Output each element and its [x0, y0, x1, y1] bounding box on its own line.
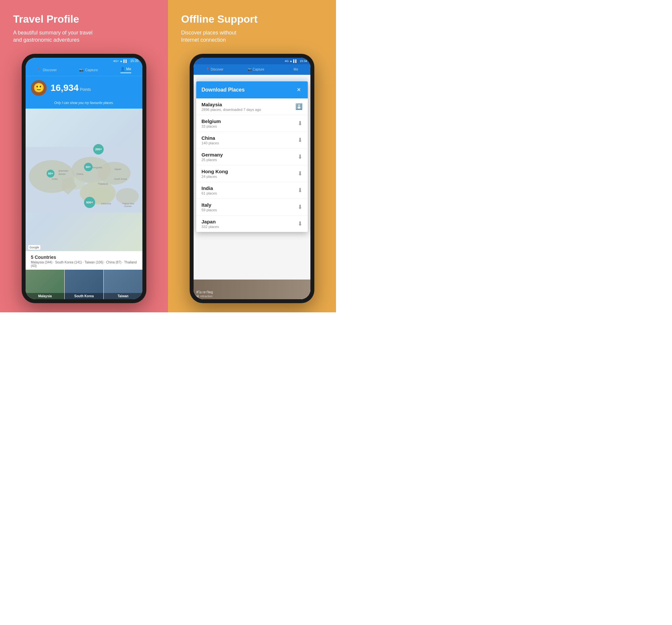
- right-subtitle: Discover places withoutInternet connecti…: [181, 29, 236, 44]
- svg-text:China: China: [76, 173, 83, 175]
- svg-text:akistan: akistan: [58, 173, 66, 175]
- country-name-germany: Germany: [201, 152, 223, 158]
- download-icon-china[interactable]: ⬇: [297, 137, 303, 144]
- tab-discover[interactable]: 📍 Discover: [37, 67, 57, 73]
- left-phone-inner: 4G+ ▲ ▌▌ 15:35 📍 Discover 📷 Capture 👤 Me: [26, 58, 142, 299]
- photo-malaysia: Malaysia: [26, 270, 64, 299]
- country-name-belgium: Belgium: [201, 118, 221, 124]
- photo-taiwan: Taiwan: [103, 270, 142, 299]
- country-name-italy: Italy: [201, 202, 217, 208]
- country-places-hongkong: 24 places: [201, 174, 228, 178]
- points-number: 16,934: [50, 83, 79, 93]
- country-info-hongkong: Hong Kong 24 places: [201, 169, 228, 178]
- download-places-modal: Download Places ✕ Malaysia 2896 places, …: [196, 81, 308, 232]
- left-title: Travel Profile: [13, 13, 79, 25]
- camera-icon: 📷: [79, 68, 84, 72]
- bg-discover-tab: 📍 Discover: [206, 68, 223, 71]
- photo-malaysia-label: Malaysia: [26, 293, 64, 299]
- download-icon-germany[interactable]: ⬇: [297, 153, 303, 161]
- photo-korea-label: South Korea: [65, 293, 103, 299]
- download-icon-india[interactable]: ⬇: [297, 187, 303, 194]
- country-name-china: China: [201, 135, 219, 141]
- download-icon-japan[interactable]: ⬇: [297, 220, 303, 227]
- person-icon: 👤: [120, 67, 125, 71]
- bg-nav-bar: 📍 Discover 📷 Capture 👤 Me: [194, 64, 310, 75]
- download-icon-italy[interactable]: ⬇: [297, 203, 303, 211]
- modal-title: Download Places: [201, 87, 245, 93]
- country-name-india: India: [201, 185, 217, 191]
- country-item-hongkong[interactable]: Hong Kong 24 places ⬇: [196, 165, 308, 182]
- map-background: Mongolia China Japan India ghanistan aki…: [26, 109, 142, 251]
- country-info-germany: Germany 25 places: [201, 152, 223, 162]
- country-item-india[interactable]: India 61 places ⬇: [196, 182, 308, 199]
- right-phone-mockup: 4G ▲ ▌▌ 15:34 📍 Discover 📷 Capture 👤 Me …: [190, 54, 314, 303]
- svg-text:Japan: Japan: [114, 168, 121, 171]
- download-icon-malaysia[interactable]: ⬇️: [295, 103, 303, 110]
- bg-bottom-thumbnail: ลิโอ เขาใหญ่ 🏛 Attraction: [194, 280, 310, 299]
- country-info-china: China 140 places: [201, 135, 219, 145]
- country-places-india: 61 places: [201, 191, 217, 195]
- countries-title: 5 Countries: [31, 255, 137, 260]
- country-info-india: India 61 places: [201, 185, 217, 195]
- right-time-display: 15:34: [299, 59, 307, 63]
- modal-header: Download Places ✕: [196, 81, 308, 98]
- left-panel: Travel Profile A beautiful summary of yo…: [0, 0, 168, 312]
- svg-point-5: [116, 188, 139, 205]
- tab-capture[interactable]: 📷 Capture: [79, 67, 98, 73]
- country-item-china[interactable]: China 140 places ⬇: [196, 132, 308, 149]
- bg-me-tab: 👤 Me: [289, 68, 298, 71]
- modal-close-button[interactable]: ✕: [295, 86, 303, 94]
- svg-text:Thailand: Thailand: [98, 183, 108, 185]
- nav-tabs-left: 📍 Discover 📷 Capture 👤 Me: [26, 64, 142, 76]
- left-phone-mockup: 4G+ ▲ ▌▌ 15:35 📍 Discover 📷 Capture 👤 Me: [22, 54, 146, 303]
- country-places-malaysia: 2896 places, downloaded 7 days ago: [201, 107, 261, 112]
- country-places-belgium: 33 places: [201, 124, 221, 128]
- svg-text:Mongolia: Mongolia: [91, 166, 102, 169]
- country-info-belgium: Belgium 33 places: [201, 118, 221, 128]
- country-places-italy: 59 places: [201, 208, 217, 212]
- signal-icon: 4G+ ▲ ▌▌: [113, 59, 128, 63]
- countries-section: 5 Countries Malaysia (344) · South Korea…: [26, 251, 142, 270]
- right-panel: Offline Support Discover places withoutI…: [168, 0, 336, 312]
- country-item-italy[interactable]: Italy 59 places ⬇: [196, 199, 308, 216]
- right-phone-inner: 4G ▲ ▌▌ 15:34 📍 Discover 📷 Capture 👤 Me …: [194, 58, 310, 299]
- bg-app-content: 📍 Discover 📷 Capture 👤 Me Pop... 6a... N…: [194, 64, 310, 299]
- photo-taiwan-label: Taiwan: [104, 293, 142, 299]
- avatar: 🙂: [31, 80, 47, 96]
- bubble-500: 500+: [84, 197, 95, 208]
- left-status-bar: 4G+ ▲ ▌▌ 15:35: [26, 58, 142, 64]
- country-item-belgium[interactable]: Belgium 33 places ⬇: [196, 115, 308, 132]
- right-screen-background: 📍 Discover 📷 Capture 👤 Me Pop... 6a... N…: [194, 64, 310, 299]
- google-logo: Google: [28, 245, 40, 250]
- profile-quote: Only I can show you my favourite places.: [26, 100, 142, 109]
- country-item-japan[interactable]: Japan 332 places ⬇: [196, 216, 308, 232]
- points-label: Points: [80, 87, 91, 92]
- right-signal-icon: 4G ▲ ▌▌: [285, 59, 297, 63]
- profile-header: 🙂 16,934 Points: [26, 76, 142, 100]
- country-item-germany[interactable]: Germany 25 places ⬇: [196, 149, 308, 165]
- country-places-japan: 332 places: [201, 225, 219, 229]
- countries-list: Malaysia (344) · South Korea (141) · Tai…: [31, 261, 137, 268]
- download-icon-hongkong[interactable]: ⬇: [297, 170, 303, 177]
- pin-icon: 📍: [37, 68, 41, 72]
- country-places-china: 140 places: [201, 141, 219, 145]
- svg-text:South Korea: South Korea: [114, 178, 127, 180]
- map-svg: Mongolia China Japan India ghanistan aki…: [26, 109, 142, 251]
- travel-photos: Malaysia South Korea Taiwan: [26, 270, 142, 299]
- country-places-germany: 25 places: [201, 158, 223, 162]
- bg-capture-tab: 📷 Capture: [248, 68, 264, 71]
- svg-text:ghanistan: ghanistan: [58, 170, 68, 172]
- svg-text:India: India: [52, 177, 58, 181]
- country-name-malaysia: Malaysia: [201, 102, 261, 107]
- country-item-malaysia[interactable]: Malaysia 2896 places, downloaded 7 days …: [196, 98, 308, 115]
- photo-south-korea: South Korea: [64, 270, 103, 299]
- svg-point-3: [98, 162, 130, 185]
- download-icon-belgium[interactable]: ⬇: [297, 120, 303, 127]
- bubble-50-china: 50+: [84, 163, 93, 171]
- svg-text:Papua New: Papua New: [122, 202, 135, 205]
- map-area: Mongolia China Japan India ghanistan aki…: [26, 109, 142, 251]
- points-section: 16,934 Points: [50, 83, 91, 93]
- country-info-japan: Japan 332 places: [201, 219, 219, 229]
- country-name-japan: Japan: [201, 219, 219, 224]
- tab-me[interactable]: 👤 Me: [120, 67, 131, 73]
